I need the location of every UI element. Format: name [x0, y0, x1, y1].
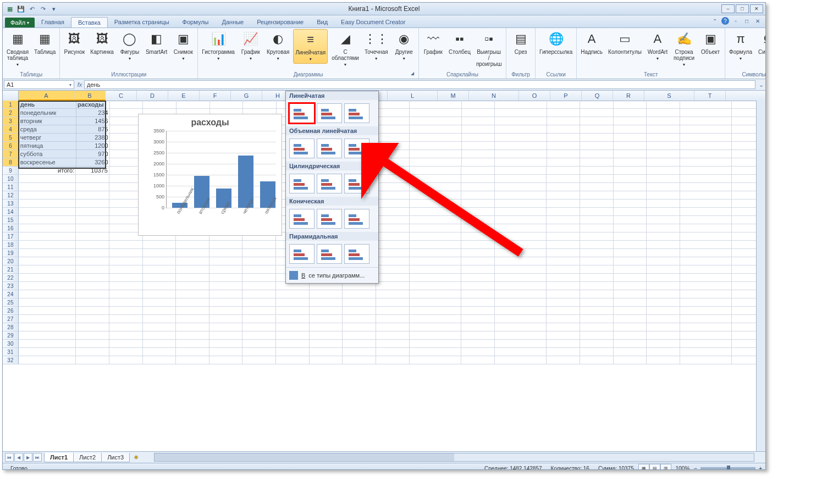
row-header[interactable]: 5	[3, 134, 19, 142]
cell[interactable]	[376, 348, 410, 356]
column-header[interactable]: L	[388, 91, 438, 101]
cell[interactable]	[242, 340, 276, 348]
cell[interactable]	[580, 331, 614, 340]
cell[interactable]	[547, 249, 580, 257]
cell[interactable]	[461, 323, 495, 331]
cell[interactable]	[410, 340, 461, 348]
cell[interactable]	[176, 101, 210, 109]
ribbon-tab-0[interactable]: Главная	[35, 17, 71, 27]
cell[interactable]	[19, 307, 76, 315]
cell[interactable]	[343, 323, 376, 331]
cell[interactable]	[547, 298, 580, 307]
cell[interactable]	[461, 298, 495, 307]
spreadsheet-grid[interactable]: ABCDEFGHIJKLMNOPQRST 1деньрасходы2понеде…	[3, 91, 765, 451]
other-chart-button[interactable]: ◉Другие▼	[392, 29, 416, 63]
cell[interactable]	[614, 125, 647, 134]
cell[interactable]	[143, 249, 176, 257]
cell[interactable]	[376, 265, 410, 274]
cell[interactable]	[495, 356, 547, 364]
cell[interactable]	[310, 340, 343, 348]
chart-type-option[interactable]	[289, 139, 315, 158]
cell[interactable]	[19, 331, 76, 340]
cell[interactable]	[376, 307, 410, 315]
cell[interactable]	[76, 356, 109, 364]
sigline-button[interactable]: ✍Строкаподписи▼	[672, 29, 696, 69]
row-header[interactable]: 7	[3, 150, 19, 158]
cell[interactable]	[461, 307, 495, 315]
row-header[interactable]: 30	[3, 340, 19, 348]
cell[interactable]	[547, 117, 581, 125]
cell[interactable]: понедельник	[19, 109, 76, 117]
cell[interactable]	[647, 183, 680, 191]
cell[interactable]	[19, 356, 76, 364]
cell[interactable]	[243, 101, 277, 109]
cell[interactable]	[176, 348, 209, 356]
cell[interactable]	[495, 101, 547, 109]
cell[interactable]	[647, 150, 680, 158]
cell[interactable]	[680, 340, 732, 348]
cell[interactable]	[647, 101, 680, 109]
cell[interactable]	[647, 167, 680, 175]
chart-type-option[interactable]	[289, 103, 315, 123]
cell[interactable]	[547, 232, 580, 241]
cell[interactable]	[310, 348, 343, 356]
slicer-button[interactable]: ▤Срез	[509, 29, 533, 56]
cell[interactable]	[410, 101, 461, 109]
cell[interactable]	[647, 265, 680, 274]
cell[interactable]: 10375	[76, 167, 109, 175]
picture-button[interactable]: 🖼Рисунок	[62, 29, 86, 56]
row-header[interactable]: 15	[3, 216, 19, 224]
cell[interactable]	[580, 216, 614, 224]
cell[interactable]	[343, 331, 376, 340]
cell[interactable]	[647, 282, 680, 290]
cell[interactable]	[76, 183, 109, 191]
column-header[interactable]: G	[231, 91, 262, 101]
cell[interactable]	[143, 331, 176, 340]
cell[interactable]	[580, 191, 614, 200]
cell[interactable]	[547, 323, 580, 331]
cell[interactable]	[461, 340, 495, 348]
cell[interactable]	[310, 290, 343, 298]
cell[interactable]: четверг	[19, 134, 76, 142]
cell[interactable]	[680, 298, 732, 307]
cell[interactable]	[462, 101, 495, 109]
cell[interactable]	[376, 282, 410, 290]
cell[interactable]	[209, 257, 243, 265]
cell[interactable]	[410, 323, 461, 331]
cell[interactable]	[547, 224, 580, 232]
screenshot-button[interactable]: ▣Снимок▼	[171, 29, 195, 63]
cell[interactable]	[209, 307, 243, 315]
cell[interactable]	[680, 232, 732, 241]
cell[interactable]: среда	[19, 125, 76, 134]
chart-type-option[interactable]	[289, 244, 315, 264]
cell[interactable]	[242, 241, 276, 249]
cell[interactable]	[143, 356, 176, 364]
cell[interactable]	[580, 290, 614, 298]
row-header[interactable]: 29	[3, 331, 19, 340]
row-header[interactable]: 24	[3, 290, 19, 298]
cell[interactable]	[680, 282, 732, 290]
cell[interactable]	[680, 274, 732, 282]
cell[interactable]	[580, 125, 614, 134]
cell[interactable]	[680, 191, 732, 200]
cell[interactable]	[647, 117, 680, 125]
window-maximize-icon[interactable]: □	[742, 16, 751, 25]
window-restore-icon[interactable]: ▫	[731, 16, 740, 25]
cell[interactable]	[647, 356, 680, 364]
cell[interactable]	[76, 290, 109, 298]
equation-button[interactable]: πФормула▼	[727, 29, 754, 63]
cell[interactable]	[614, 191, 647, 200]
cell[interactable]	[76, 216, 109, 224]
cell[interactable]	[376, 298, 410, 307]
bar-chart-button[interactable]: ≡Линейчатая▼	[293, 29, 328, 64]
cell[interactable]	[242, 348, 276, 356]
cell[interactable]	[547, 265, 580, 274]
cell[interactable]	[209, 282, 243, 290]
excel-icon[interactable]: ▦	[5, 4, 15, 14]
cell[interactable]	[647, 274, 680, 282]
cell[interactable]	[461, 282, 495, 290]
cell[interactable]: пятница	[19, 142, 76, 150]
cell[interactable]	[580, 175, 614, 183]
ribbon-tab-6[interactable]: Вид	[310, 17, 334, 27]
cell[interactable]	[647, 158, 680, 167]
